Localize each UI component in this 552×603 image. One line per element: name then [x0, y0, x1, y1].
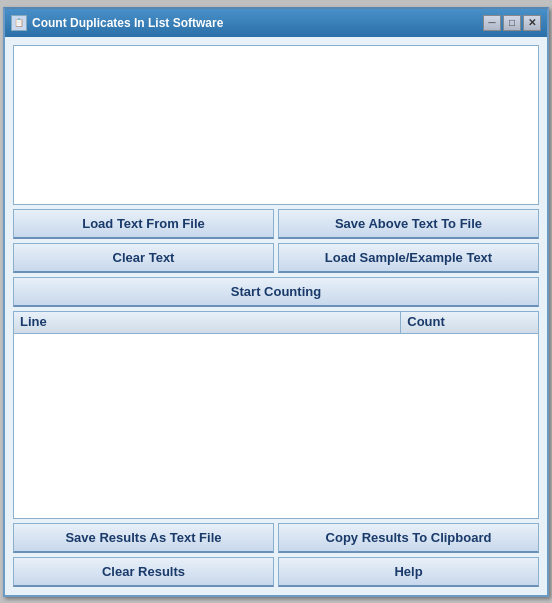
column-header-count: Count: [401, 312, 538, 333]
app-icon: 📋: [11, 15, 27, 31]
button-row-bottom: Clear Results Help: [13, 557, 539, 587]
text-input-container: [13, 45, 539, 205]
clear-results-button[interactable]: Clear Results: [13, 557, 274, 587]
restore-button[interactable]: □: [503, 15, 521, 31]
close-button[interactable]: ✕: [523, 15, 541, 31]
start-counting-button[interactable]: Start Counting: [13, 277, 539, 307]
window-title: Count Duplicates In List Software: [32, 16, 223, 30]
title-bar: 📋 Count Duplicates In List Software ─ □ …: [5, 9, 547, 37]
help-button[interactable]: Help: [278, 557, 539, 587]
main-window: 📋 Count Duplicates In List Software ─ □ …: [3, 7, 549, 597]
title-bar-left: 📋 Count Duplicates In List Software: [11, 15, 223, 31]
load-text-button[interactable]: Load Text From File: [13, 209, 274, 239]
title-controls: ─ □ ✕: [483, 15, 541, 31]
results-body: [14, 334, 538, 518]
main-content: Load Text From File Save Above Text To F…: [5, 37, 547, 595]
button-row-1: Load Text From File Save Above Text To F…: [13, 209, 539, 239]
save-results-button[interactable]: Save Results As Text File: [13, 523, 274, 553]
results-table-header: Line Count: [14, 312, 538, 334]
load-sample-button[interactable]: Load Sample/Example Text: [278, 243, 539, 273]
text-input[interactable]: [14, 46, 538, 204]
copy-results-button[interactable]: Copy Results To Clipboard: [278, 523, 539, 553]
column-header-line: Line: [14, 312, 401, 333]
save-above-button[interactable]: Save Above Text To File: [278, 209, 539, 239]
clear-text-button[interactable]: Clear Text: [13, 243, 274, 273]
minimize-button[interactable]: ─: [483, 15, 501, 31]
button-row-start: Start Counting: [13, 277, 539, 307]
button-row-results: Save Results As Text File Copy Results T…: [13, 523, 539, 553]
results-table: Line Count: [13, 311, 539, 519]
button-row-2: Clear Text Load Sample/Example Text: [13, 243, 539, 273]
